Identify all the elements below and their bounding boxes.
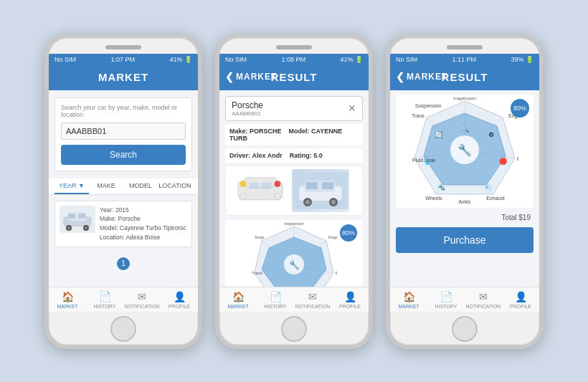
svg-text:Brak: Brak bbox=[336, 271, 337, 275]
search-button[interactable]: Search bbox=[61, 145, 186, 165]
sim-label-2: No SIM bbox=[225, 56, 247, 63]
svg-text:Axles: Axles bbox=[458, 199, 471, 204]
nav-market-3[interactable]: 🏠 MARKET bbox=[390, 287, 427, 312]
svg-point-5 bbox=[85, 226, 87, 229]
rating-label: Rating: bbox=[290, 152, 312, 159]
nav-notification-2[interactable]: ✉ NOTIFICATION bbox=[294, 287, 331, 312]
nav-profile-3[interactable]: 👤 PROFILE bbox=[502, 287, 539, 312]
history-icon-2: 📄 bbox=[270, 291, 282, 302]
purchase-button[interactable]: Purchase bbox=[396, 227, 534, 253]
notification-icon-1: ✉ bbox=[138, 291, 146, 302]
svg-rect-7 bbox=[78, 214, 85, 219]
filter-location[interactable]: LOCATION bbox=[158, 178, 192, 194]
profile-icon-3: 👤 bbox=[515, 291, 527, 302]
filter-make[interactable]: MAKE bbox=[89, 178, 123, 194]
history-icon-1: 📄 bbox=[99, 291, 111, 302]
phone-3-screen: No SIM 1:11 PM 39% 🔋 ❮ MARKET RESULT 80% bbox=[390, 54, 539, 312]
back-button-2[interactable]: ❮ MARKET bbox=[225, 71, 277, 82]
svg-text:Trans: Trans bbox=[412, 113, 425, 118]
clear-search-button[interactable]: ✕ bbox=[348, 102, 356, 114]
nav-market-2[interactable]: 🏠 MARKET bbox=[219, 287, 257, 312]
search-bar-2[interactable]: Porsche AAABBB01 ✕ bbox=[225, 96, 363, 121]
home-button-2[interactable] bbox=[281, 316, 307, 342]
filter-row: YEAR ▼ MAKE MODEL LOCATION bbox=[49, 178, 198, 195]
phone-2: No SIM 1:08 PM 41% 🔋 ❮ MARKET RESULT Por… bbox=[215, 34, 373, 349]
home-button-1[interactable] bbox=[110, 316, 136, 342]
filter-model[interactable]: MODEL bbox=[123, 178, 158, 194]
nav-notification-3[interactable]: ✉ NOTIFICATION bbox=[465, 287, 502, 312]
nav-profile-label-1: PROFILE bbox=[169, 304, 190, 309]
search-input[interactable]: AAABBB01 bbox=[61, 123, 186, 140]
nav-profile-label-2: PROFILE bbox=[339, 304, 361, 309]
search-sub-2: AAABBB01 bbox=[232, 110, 263, 117]
chevron-left-icon-3: ❮ bbox=[396, 71, 405, 82]
nav-market-label-2: MARKET bbox=[227, 304, 248, 309]
status-bar-2: No SIM 1:08 PM 41% 🔋 bbox=[219, 54, 369, 65]
battery-label-3: 39% 🔋 bbox=[511, 56, 534, 63]
back-button-3[interactable]: ❮ MARKET bbox=[396, 71, 447, 82]
app-header-1: MARKET bbox=[49, 65, 198, 90]
car-photo-svg bbox=[293, 172, 348, 209]
nav-profile-1[interactable]: 👤 PROFILE bbox=[161, 287, 198, 312]
chevron-left-icon-2: ❮ bbox=[225, 71, 234, 82]
back-label-3: MARKET bbox=[407, 72, 447, 82]
app-header-3: ❮ MARKET RESULT bbox=[390, 65, 539, 90]
page-number[interactable]: 1 bbox=[117, 257, 130, 270]
time-label-2: 1:08 PM bbox=[281, 56, 305, 63]
nav-market-label-3: MARKET bbox=[398, 304, 419, 309]
make-value: PORSCHE bbox=[250, 128, 282, 135]
svg-text:Exhaust: Exhaust bbox=[486, 196, 504, 201]
nav-notification-label-1: NOTIFICATION bbox=[125, 304, 160, 309]
phone-1: No SIM 1:07 PM 41% 🔋 MARKET Search your … bbox=[44, 34, 202, 349]
sim-label-3: No SIM bbox=[396, 56, 417, 63]
svg-point-12 bbox=[240, 194, 247, 200]
nav-history-2[interactable]: 📄 HISTORY bbox=[257, 287, 294, 312]
filter-year[interactable]: YEAR ▼ bbox=[54, 178, 89, 194]
radar-large: 80% bbox=[396, 95, 534, 208]
svg-rect-14 bbox=[250, 183, 259, 189]
svg-text:Fluid Leak: Fluid Leak bbox=[412, 158, 436, 163]
screen-content-1: Search your car by year, make, model or … bbox=[49, 90, 198, 287]
car-year: Year: 2015 bbox=[100, 206, 186, 215]
search-term-2: Porsche bbox=[232, 100, 263, 110]
radar-percent-2: 80% bbox=[340, 224, 357, 242]
market-title-1: MARKET bbox=[98, 71, 148, 83]
screen-content-3: 80% bbox=[390, 90, 539, 287]
bottom-nav-3: 🏠 MARKET 📄 HISTORY ✉ NOTIFICATION 👤 PROF… bbox=[390, 287, 539, 312]
back-label-2: MARKET bbox=[236, 72, 277, 82]
nav-notification-1[interactable]: ✉ NOTIFICATION bbox=[123, 287, 161, 312]
result-card[interactable]: Year: 2015 Make: Porsche Model: Cayenne … bbox=[54, 201, 192, 247]
nav-profile-2[interactable]: 👤 PROFILE bbox=[331, 287, 369, 312]
driver-value: Alex Andr bbox=[252, 152, 283, 159]
home-icon-3: 🏠 bbox=[403, 291, 415, 302]
home-icon-2: 🏠 bbox=[232, 291, 245, 302]
car-thumbnail bbox=[60, 206, 95, 233]
home-button-3[interactable] bbox=[452, 316, 478, 342]
rating-value: 5.0 bbox=[313, 152, 323, 159]
result-label-2: RESULT bbox=[271, 71, 318, 83]
home-icon-1: 🏠 bbox=[62, 291, 74, 302]
svg-text:🔧: 🔧 bbox=[289, 259, 300, 270]
nav-history-1[interactable]: 📄 HISTORY bbox=[86, 287, 123, 312]
svg-text:Brakes: Brakes bbox=[517, 156, 518, 161]
svg-text:Inspection: Inspection bbox=[284, 223, 303, 226]
total-price: Total $19 bbox=[390, 211, 539, 224]
svg-text:Wheels: Wheels bbox=[425, 196, 442, 201]
model-label: Model: bbox=[289, 128, 310, 135]
radar-container-2: 80% bbox=[225, 220, 363, 287]
scene: No SIM 1:07 PM 41% 🔋 MARKET Search your … bbox=[30, 19, 558, 363]
svg-text:Inspection: Inspection bbox=[453, 97, 476, 101]
svg-text:💨: 💨 bbox=[485, 183, 493, 191]
nav-market-1[interactable]: 🏠 MARKET bbox=[49, 287, 86, 312]
nav-history-3[interactable]: 📄 HISTORY bbox=[427, 287, 465, 312]
time-label: 1:07 PM bbox=[110, 56, 135, 63]
make-model-row: Make: PORSCHE Model: CAYENNE TURB bbox=[225, 124, 363, 145]
svg-point-10 bbox=[240, 181, 247, 187]
time-label-3: 1:11 PM bbox=[452, 56, 476, 63]
svg-point-21 bbox=[305, 200, 310, 204]
notification-icon-2: ✉ bbox=[308, 291, 317, 302]
driver-label: Driver: bbox=[229, 152, 250, 159]
make-label: Make: bbox=[229, 128, 248, 135]
nav-market-label-1: MARKET bbox=[57, 304, 77, 309]
car-info: Year: 2015 Make: Porsche Model: Cayenne … bbox=[100, 206, 186, 242]
